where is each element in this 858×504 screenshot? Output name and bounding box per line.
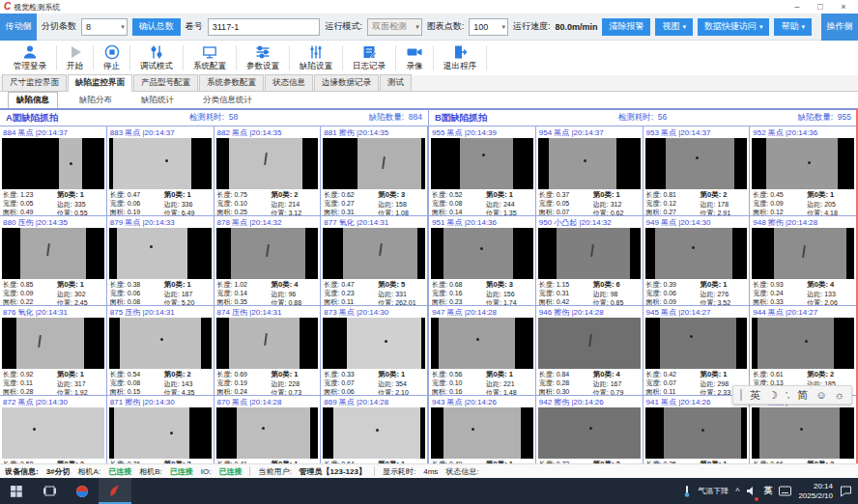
keyboard-icon[interactable]: [779, 486, 791, 496]
view-menu-button[interactable]: 视图 ▾: [655, 18, 693, 36]
defect-cell[interactable]: 874 压伤 |20:14:31长度: 0.69宽度: 0.19面积: 0.24…: [214, 306, 322, 396]
admin-login-button[interactable]: 管理登录: [4, 42, 56, 73]
defect-cell[interactable]: 953 黑点 |20:14:37长度: 0.81宽度: 0.12面积: 0.27…: [644, 126, 751, 216]
defect-cell[interactable]: 878 黑点 |20:14:32长度: 1.02宽度: 0.14面积: 0.35…: [214, 216, 322, 306]
defect-cell[interactable]: 951 黑点 |20:14:36长度: 0.68宽度: 0.16面积: 0.23…: [429, 216, 536, 306]
slit-count-select[interactable]: 8 ▾: [81, 18, 128, 36]
defect-cell[interactable]: 882 黑点 |20:14:35长度: 0.75宽度: 0.10面积: 0.25…: [214, 126, 322, 216]
defect-cell[interactable]: 871 擦伤 |20:14:30长度: 0.76宽度: 0.21面积: 0.29…: [107, 396, 214, 463]
punctuation-icon[interactable]: ’,: [786, 391, 790, 400]
defect-cell[interactable]: 879 黑点 |20:14:33长度: 0.38宽度: 0.06面积: 0.08…: [107, 216, 214, 306]
defect-cell[interactable]: 946 擦伤 |20:14:28长度: 0.84宽度: 0.28面积: 0.30…: [536, 306, 644, 396]
defect-class-info: 第0类: 3边距: 142位置: 0.94: [593, 460, 640, 463]
help-menu-button[interactable]: 帮助 ▾: [774, 18, 812, 36]
defect-cell[interactable]: 870 黑点 |20:14:28长度: 0.41宽度: 0.09面积: 0.10…: [214, 396, 322, 463]
defect-cell[interactable]: 875 压伤 |20:14:31长度: 0.54宽度: 0.08面积: 0.15…: [107, 306, 214, 396]
parameter-settings-button[interactable]: 参数设置: [237, 42, 289, 73]
ime-language-indicator[interactable]: 英: [763, 485, 772, 497]
defect-cell[interactable]: 876 氧化 |20:14:31长度: 0.92宽度: 0.11面积: 0.28…: [0, 306, 107, 396]
weather-text[interactable]: 气温下降: [698, 486, 729, 496]
subtab-class-info-statistics[interactable]: 分类信息统计: [195, 93, 260, 108]
camera-b-status: 已连接: [170, 466, 193, 477]
defect-mark: [692, 246, 695, 249]
defect-thumbnail: [431, 138, 533, 189]
tab-system-param-config[interactable]: 系统参数配置: [199, 74, 264, 91]
ime-toolbar[interactable]: 英 ☽ ’, 简 ☺ ☼: [732, 385, 852, 405]
tab-defect-monitor[interactable]: 缺陷监控界面: [68, 74, 132, 92]
tab-test[interactable]: 测试: [380, 74, 412, 91]
defect-cell[interactable]: 944 黑点 |20:14:27长度: 0.61宽度: 0.13面积: 0.20…: [750, 306, 857, 396]
volume-icon[interactable]: [746, 483, 757, 500]
subtab-defect-statistics[interactable]: 缺陷统计: [133, 93, 182, 108]
drive-side-button[interactable]: 传动侧: [0, 14, 37, 41]
chart-points-select[interactable]: 100 ▾: [469, 18, 508, 36]
task-view-button[interactable]: [33, 478, 66, 504]
tab-product-model-config[interactable]: 产品型号配置: [133, 74, 198, 91]
defect-cell[interactable]: 942 擦伤 |20:14:26长度: 0.72宽度: 0.22面积: 0.26…: [536, 396, 644, 463]
tab-size-monitor[interactable]: 尺寸监控界面: [2, 74, 67, 91]
log-record-button[interactable]: 日志记录: [343, 42, 395, 73]
run-mode-label: 运行模式:: [325, 20, 362, 33]
exit-door-icon: [452, 43, 468, 60]
operator-side-button[interactable]: 操作侧: [821, 14, 858, 41]
taskbar-clock[interactable]: 20:14 2025/2/10: [798, 482, 833, 500]
taskbar-app-browser[interactable]: [66, 478, 99, 504]
system-config-button[interactable]: 系统配置: [184, 42, 236, 73]
defect-cell[interactable]: 880 压伤 |20:14:35长度: 0.85宽度: 0.09面积: 0.22…: [0, 216, 107, 306]
defect-cell[interactable]: 877 氧化 |20:14:31长度: 0.47宽度: 0.23面积: 0.11…: [321, 216, 428, 306]
settings-gear-icon[interactable]: ☼: [835, 390, 844, 401]
roll-number-input[interactable]: 3117-1: [208, 18, 321, 36]
tab-edge-data-record[interactable]: 边缘数据记录: [314, 74, 379, 91]
defect-cell-header: 952 黑点 |20:14:36: [750, 126, 856, 138]
ime-drag-handle[interactable]: [740, 389, 742, 401]
defect-cell-header: 881 擦伤 |20:14:35: [321, 126, 427, 138]
defect-cell[interactable]: 948 擦伤 |20:14:28长度: 0.93宽度: 0.24面积: 0.33…: [750, 216, 857, 306]
defect-class-info: 第0类: 1边距: 317位置: 1.92: [57, 370, 103, 396]
button-label: 缺陷设置: [300, 61, 332, 72]
defect-cell[interactable]: 869 黑点 |20:14:28长度: 0.64宽度: 0.15面积: 0.21…: [321, 396, 428, 463]
data-quick-access-button[interactable]: 数据快捷访问 ▾: [698, 18, 770, 36]
run-mode-select[interactable]: 双面检测 ▾: [367, 18, 422, 36]
subtab-defect-info[interactable]: 缺陷信息: [8, 92, 58, 108]
defect-thumbnail: [538, 318, 641, 369]
clear-alarm-button[interactable]: 清除报警: [602, 18, 650, 36]
defect-cell[interactable]: 873 黑点 |20:14:30长度: 0.33宽度: 0.07面积: 0.06…: [321, 306, 428, 396]
defect-thumbnail: [431, 228, 533, 279]
defect-mark: [808, 161, 811, 164]
tab-status-info[interactable]: 状态信息: [265, 74, 313, 91]
defect-cell[interactable]: 949 黑点 |20:14:30长度: 0.39宽度: 0.06面积: 0.09…: [644, 216, 751, 306]
maximize-button[interactable]: □: [810, 1, 831, 14]
moon-icon[interactable]: ☽: [768, 390, 778, 401]
close-button[interactable]: ×: [833, 1, 854, 14]
emoji-icon[interactable]: ☺: [815, 390, 826, 401]
defect-cell[interactable]: 954 黑点 |20:14:37长度: 0.37宽度: 0.05面积: 0.07…: [536, 126, 644, 216]
defect-cell[interactable]: 955 黑点 |20:14:39长度: 0.52宽度: 0.08面积: 0.14…: [429, 126, 536, 216]
defect-cell[interactable]: 872 黑点 |20:14:30长度: 0.58宽度: 0.12面积: 0.18…: [0, 396, 107, 463]
start-menu-button[interactable]: [0, 478, 33, 504]
defect-cell[interactable]: 947 黑点 |20:14:28长度: 0.56宽度: 0.10面积: 0.16…: [429, 306, 536, 396]
defect-cell-header: 869 黑点 |20:14:28: [321, 396, 427, 407]
ime-simplified-mode[interactable]: 简: [797, 390, 808, 401]
defect-cell[interactable]: 941 黑点 |20:14:26长度: 0.35宽度: 0.05面积: 0.06…: [644, 396, 751, 463]
tray-expand-caret-icon[interactable]: ^: [735, 487, 739, 496]
defect-cell[interactable]: 943 黑点 |20:14:26长度: 0.49宽度: 0.08面积: 0.13…: [429, 396, 536, 463]
defect-cell[interactable]: 881 擦伤 |20:14:35长度: 0.62宽度: 0.27面积: 0.31…: [321, 126, 428, 216]
record-video-button[interactable]: 录像: [396, 42, 433, 73]
defect-cell[interactable]: 952 黑点 |20:14:36长度: 0.45宽度: 0.09面积: 0.12…: [750, 126, 857, 216]
defect-cell[interactable]: 884 黑点 |20:14:37长度: 1.23宽度: 0.05面积: 0.49…: [0, 126, 107, 216]
minimize-button[interactable]: –: [786, 1, 808, 14]
defect-cell[interactable]: 950 小凸起 |20:14:32长度: 1.15宽度: 0.31面积: 0.4…: [536, 216, 644, 306]
defect-settings-button[interactable]: 缺陷设置: [290, 42, 342, 73]
stop-button[interactable]: 停止: [94, 42, 129, 73]
action-center-icon[interactable]: [840, 485, 852, 497]
defect-cell[interactable]: 940 黑点 |20:14:26长度: 0.66宽度: 0.17面积: 0.22…: [750, 396, 857, 463]
confirm-total-button[interactable]: 确认总数: [132, 18, 181, 36]
start-button[interactable]: 开始: [57, 42, 93, 73]
defect-cell[interactable]: 883 黑点 |20:14:37长度: 0.47宽度: 0.06面积: 0.19…: [107, 126, 214, 216]
debug-mode-button[interactable]: 调试模式: [130, 42, 183, 73]
taskbar-app-inspection[interactable]: [99, 478, 131, 504]
exit-program-button[interactable]: 退出程序: [434, 42, 486, 73]
defect-cell[interactable]: 945 黑点 |20:14:27长度: 0.42宽度: 0.07面积: 0.11…: [644, 306, 751, 396]
ime-english-mode[interactable]: 英: [750, 390, 760, 401]
subtab-defect-distribution[interactable]: 缺陷分布: [72, 93, 120, 108]
